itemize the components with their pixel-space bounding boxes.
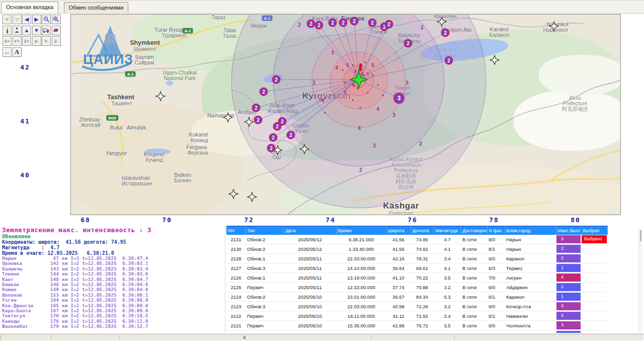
cell-rel[interactable]: В сети [461, 311, 487, 321]
cell-city[interactable]: Ангрен [505, 273, 556, 283]
cell-nphase[interactable]: 9/0 [487, 302, 505, 311]
cell-nn[interactable]: 2125 [226, 283, 246, 292]
cell-nn[interactable]: 2131 [226, 235, 246, 244]
cell-maxball[interactable]: 1 [556, 292, 581, 302]
station-intensity-marker[interactable]: 2 [441, 29, 450, 37]
down-arrow-icon[interactable]: ▼ [32, 26, 41, 35]
cell-nphase[interactable]: 6/1 [487, 311, 505, 321]
cell-type[interactable]: Обнов:3 [246, 263, 284, 273]
event-row[interactable]: 2124Обнов:22025/05/1023.01:00.00036.6784… [226, 292, 607, 302]
cell-lon[interactable]: 84.34 [411, 292, 434, 302]
cell-date[interactable]: 2025/05/10 [284, 311, 336, 321]
cell-maxball[interactable]: 2 [556, 311, 581, 321]
person-icon[interactable] [13, 26, 22, 35]
cell-rel[interactable]: В сети [461, 283, 487, 292]
cell-lat[interactable]: 41.56 [386, 235, 411, 244]
station-intensity-marker[interactable]: 2 [368, 19, 377, 27]
station-intensity-marker[interactable]: 2 [385, 20, 393, 29]
cell-time[interactable]: 6.38.21.000 [336, 235, 386, 244]
cell-lon[interactable]: 71.92 [411, 311, 434, 321]
cell-lon[interactable]: 69.61 [411, 263, 434, 273]
cell-lon[interactable]: 70.22 [411, 273, 434, 283]
event-row[interactable]: 2122Первич2025/05/1018.11:00.00041.1171.… [226, 311, 607, 321]
x-minus-button[interactable]: X- [32, 36, 41, 46]
col-header[interactable]: Широта [386, 226, 411, 235]
cell-date[interactable]: 2025/05/11 [284, 254, 336, 263]
col-header[interactable]: Время [336, 226, 386, 235]
cell-nn[interactable]: 2121 [226, 321, 246, 330]
cell-mag[interactable]: 4.7 [434, 235, 461, 244]
cell-selected[interactable] [581, 283, 607, 292]
cell-maxball[interactable]: 4 [556, 273, 581, 283]
cell-mag[interactable]: 3.5 [434, 273, 461, 283]
event-row[interactable]: 2123Обнов:32025/05/1022.03:00.00040.9872… [226, 302, 607, 311]
cell-selected[interactable] [581, 292, 607, 302]
cell-nphase[interactable]: 8/1 [487, 244, 505, 254]
cell-rel[interactable]: В сети [461, 292, 487, 302]
cell-city[interactable]: Айдаркен [505, 283, 556, 292]
cell-lat[interactable]: 41.11 [386, 311, 411, 321]
station-intensity-marker[interactable]: 2 [269, 133, 278, 142]
col-header[interactable]: Достоверность [461, 226, 487, 235]
cell-mag[interactable]: 3.2 [434, 283, 461, 292]
cell-lat[interactable]: 36.64 [386, 263, 411, 273]
cell-lat[interactable]: 36.67 [386, 292, 411, 302]
table-scrollbar-thumb[interactable] [640, 230, 641, 241]
cell-date[interactable]: 2025/05/10 [284, 302, 336, 311]
cell-lon[interactable]: 70.88 [411, 283, 434, 292]
event-row[interactable]: 2131Обнов:22025/05/126.38.21.00041.5674.… [226, 235, 607, 244]
col-header[interactable]: Магнитуда [434, 226, 461, 235]
cell-type[interactable]: Первич [246, 283, 284, 292]
cell-time[interactable]: 14.14:00.000 [336, 263, 386, 273]
cell-type[interactable]: Обнов:3 [246, 302, 284, 311]
cell-nn[interactable]: 2127 [226, 263, 246, 273]
cell-rel[interactable]: В сети [461, 235, 487, 244]
cell-mag[interactable]: 3.2 [434, 302, 461, 311]
cell-lon[interactable]: 78.31 [411, 254, 434, 263]
cell-maxball[interactable]: 3 [556, 321, 581, 330]
cell-time[interactable]: 22.33:00.000 [336, 254, 386, 263]
lamp-icon[interactable] [3, 26, 12, 35]
pan-right-hand-icon[interactable]: ☞ [13, 15, 22, 24]
cell-rel[interactable]: В сети [461, 273, 487, 283]
cell-lon[interactable]: 76.72 [411, 321, 434, 330]
cell-city[interactable]: Нарын [505, 235, 556, 244]
cell-nn[interactable]: 2130 [226, 244, 246, 254]
cell-city[interactable]: Каракол [505, 254, 556, 263]
station-intensity-marker[interactable]: 2 [267, 144, 276, 153]
station-intensity-marker[interactable]: 2 [329, 19, 337, 27]
cell-mag[interactable]: 3.5 [434, 321, 461, 330]
event-row[interactable]: 2125Первич2025/05/1112.33:00.00037.7470.… [226, 283, 607, 292]
cell-date[interactable]: 2025/05/11 [284, 263, 336, 273]
col-header[interactable]: Долгота [411, 226, 434, 235]
cell-type[interactable]: Первич [246, 321, 284, 330]
cell-lat[interactable]: 40.98 [386, 302, 411, 311]
cell-nphase[interactable]: 6/1 [487, 292, 505, 302]
cell-nphase[interactable]: 7/0 [487, 273, 505, 283]
station-intensity-marker[interactable]: 2 [445, 56, 453, 65]
event-row[interactable]: 2130Обнов:22025/05/121.33.40.00041.5674.… [226, 244, 607, 254]
cell-maxball[interactable]: 3 [556, 302, 581, 311]
cell-time[interactable]: 1.33.40.000 [336, 244, 386, 254]
cell-nn[interactable]: 2122 [226, 311, 246, 321]
up-arrow-icon[interactable]: ▲ [22, 26, 31, 35]
cell-maxball[interactable]: 1 [556, 263, 581, 273]
col-header[interactable]: Дата [284, 226, 336, 235]
cell-city[interactable]: Кочкор-Ата [505, 302, 556, 311]
cell-mag[interactable]: 4.1 [434, 263, 461, 273]
cell-nn[interactable]: 2124 [226, 292, 246, 302]
station-intensity-marker[interactable]: 2 [273, 122, 282, 131]
cell-city[interactable]: ЧолпонАта [505, 321, 556, 330]
cell-nphase[interactable]: 6/0 [487, 283, 505, 292]
cell-selected[interactable] [581, 321, 607, 330]
station-intensity-marker[interactable]: 2 [287, 131, 295, 140]
cell-selected[interactable] [581, 273, 607, 283]
col-header[interactable]: Макс.балл [556, 226, 581, 235]
station-intensity-marker[interactable]: 2 [350, 17, 359, 26]
cell-city[interactable]: Термез [505, 263, 556, 273]
col-header[interactable]: N фаз [487, 226, 505, 235]
zoom-in-icon[interactable] [52, 15, 61, 24]
station-intensity-marker[interactable]: 2 [272, 76, 281, 84]
cell-selected[interactable]: Выбрано [581, 235, 607, 244]
z-plus-button[interactable]: Z+ [22, 36, 31, 46]
